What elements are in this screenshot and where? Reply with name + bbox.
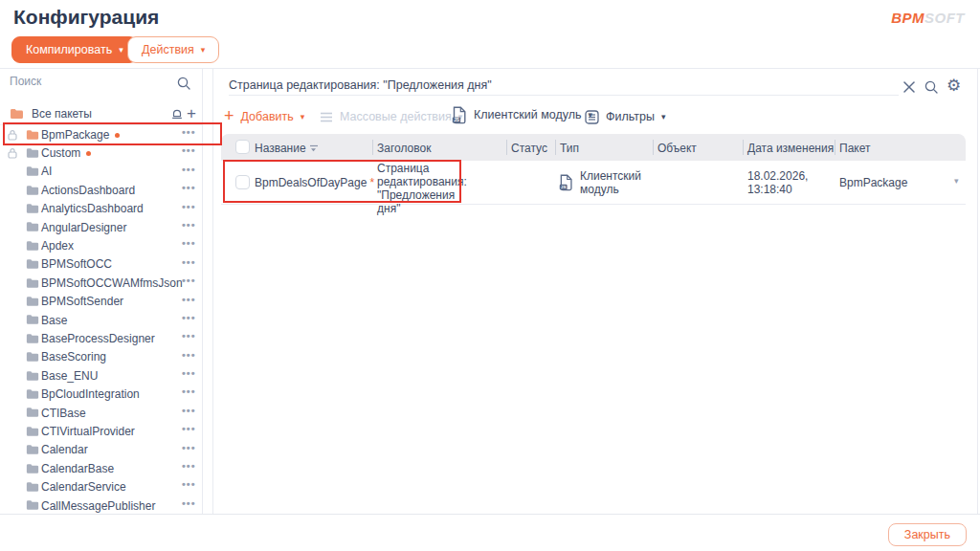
column-header-package[interactable]: Пакет (839, 142, 870, 155)
folder-icon (26, 147, 39, 159)
package-search-input[interactable] (10, 75, 174, 88)
compile-button[interactable]: Компилировать ▾ (11, 36, 138, 63)
select-all-checkbox[interactable] (235, 140, 250, 154)
table-header: Название Заголовок Статус Тип Объект Дат… (221, 134, 966, 161)
close-button-label: Закрыть (904, 528, 950, 541)
package-item[interactable]: BaseScoring ••• (0, 348, 203, 366)
kebab-menu-button[interactable]: ••• (182, 460, 196, 472)
folder-icon (26, 351, 39, 363)
package-label: BPMSoftOCC (41, 257, 112, 271)
folder-icon (26, 258, 39, 270)
package-item[interactable]: Calendar ••• (0, 441, 203, 459)
folder-icon (26, 426, 39, 437)
kebab-menu-button[interactable]: ••• (182, 423, 196, 434)
kebab-menu-button[interactable]: ••• (182, 237, 196, 249)
package-label: BPMSoftSender (41, 295, 123, 308)
column-header-status[interactable]: Статус (511, 142, 547, 155)
package-item[interactable]: AnalyticsDashboard ••• (0, 200, 203, 218)
package-item[interactable]: AngularDesigner ••• (0, 218, 203, 236)
list-icon (320, 112, 333, 122)
modified-asterisk: * (369, 176, 374, 189)
plus-icon: + (224, 107, 234, 124)
kebab-menu-button[interactable]: ••• (182, 349, 196, 361)
package-label: ActionsDashboard (41, 184, 135, 197)
kebab-menu-button[interactable]: ••• (182, 367, 196, 379)
kebab-menu-button[interactable]: ••• (182, 312, 196, 323)
package-item[interactable]: BpmPackage ••• (0, 125, 203, 143)
package-label: Base (41, 314, 67, 327)
kebab-menu-button[interactable]: ••• (182, 201, 196, 212)
package-item[interactable]: ActionsDashboard ••• (0, 181, 203, 199)
bell-icon[interactable] (170, 107, 184, 121)
row-checkbox[interactable] (235, 175, 250, 189)
kebab-menu-button[interactable]: ••• (182, 126, 196, 138)
package-item[interactable]: BpCloudIntegration ••• (0, 385, 203, 403)
sidebar-search (0, 69, 203, 98)
filters-button[interactable]: Фильтры ▾ (585, 107, 666, 126)
kebab-menu-button[interactable]: ••• (182, 330, 196, 342)
kebab-menu-button[interactable]: ••• (182, 405, 196, 416)
package-item[interactable]: BPMSoftOCC ••• (0, 255, 203, 274)
column-header-type[interactable]: Тип (560, 142, 579, 155)
kebab-menu-button[interactable]: ••• (182, 219, 196, 231)
kebab-menu-button[interactable]: ••• (182, 256, 196, 268)
package-item[interactable]: BPMSoftOCCWAMfmsJson ••• (0, 274, 203, 292)
package-item[interactable]: BPMSoftSender ••• (0, 293, 203, 311)
add-button[interactable]: + Добавить ▾ (224, 107, 304, 126)
folder-icon (26, 185, 39, 196)
kebab-menu-button[interactable]: ••• (182, 164, 196, 175)
package-item[interactable]: Base ••• (0, 311, 203, 329)
column-header-object[interactable]: Объект (657, 142, 697, 155)
package-item[interactable]: CalendarBase ••• (0, 459, 203, 477)
search-icon[interactable] (924, 79, 939, 95)
package-label: AngularDesigner (41, 221, 126, 234)
package-item[interactable]: CTIVirtualProvider ••• (0, 422, 203, 440)
chevron-down-icon: ▾ (661, 113, 666, 121)
svg-text:JS: JS (454, 118, 459, 122)
package-item[interactable]: BaseProcessDesigner ••• (0, 329, 203, 347)
column-header-date[interactable]: Дата изменения (747, 142, 834, 155)
all-packages-item[interactable]: Все пакеты + (0, 103, 203, 125)
kebab-menu-button[interactable]: ••• (182, 144, 196, 156)
kebab-menu-button[interactable]: ••• (182, 294, 196, 305)
folder-icon (26, 499, 39, 511)
chevron-down-icon: ▾ (201, 46, 206, 55)
close-button[interactable]: Закрыть (888, 523, 967, 546)
package-label: BpmPackage (41, 128, 120, 142)
folder-icon (26, 203, 39, 214)
folder-icon (10, 108, 24, 120)
package-item[interactable]: Custom ••• (0, 143, 203, 162)
bulk-actions-button: Массовые действия ▾ (320, 107, 462, 126)
kebab-menu-button[interactable]: ••• (182, 478, 196, 490)
divider (835, 140, 835, 155)
column-header-title[interactable]: Заголовок (377, 142, 431, 155)
package-item[interactable]: CallMessagePublisher ••• (0, 496, 203, 514)
all-packages-label: Все пакеты (32, 107, 92, 121)
package-item[interactable]: AI ••• (0, 163, 203, 181)
package-item[interactable]: Base_ENU ••• (0, 366, 203, 385)
modified-dot (115, 133, 120, 138)
module-type-filter[interactable]: JS Клиентский модуль ▾ (452, 105, 592, 124)
lock-icon (7, 129, 18, 141)
cell-date: 18.02.2026, 13:18:40 (747, 169, 824, 196)
table-row[interactable]: BpmDealsOfDayPage* Страница редактирован… (221, 161, 966, 205)
gear-icon[interactable]: ⚙ (947, 77, 961, 94)
actions-button[interactable]: Действия ▾ (127, 36, 219, 63)
close-icon[interactable] (902, 80, 916, 94)
kebab-menu-button[interactable]: ••• (182, 442, 196, 453)
column-header-name[interactable]: Название (255, 142, 320, 155)
package-item[interactable]: Apdex ••• (0, 236, 203, 254)
search-icon[interactable] (176, 76, 191, 91)
cell-title: Страница редактирования: "Предложения дн… (377, 163, 480, 216)
divider (653, 140, 654, 155)
kebab-menu-button[interactable]: ••• (182, 386, 196, 397)
kebab-menu-button[interactable]: ••• (182, 497, 196, 509)
kebab-menu-button[interactable]: ••• (182, 275, 196, 286)
package-label: BaseScoring (41, 350, 106, 364)
add-package-button[interactable]: + (187, 105, 196, 121)
package-item[interactable]: CalendarService ••• (0, 477, 203, 496)
package-label: AI (41, 165, 52, 178)
row-menu-caret[interactable]: ▾ (954, 176, 959, 186)
kebab-menu-button[interactable]: ••• (182, 182, 196, 193)
package-item[interactable]: CTIBase ••• (0, 404, 203, 422)
